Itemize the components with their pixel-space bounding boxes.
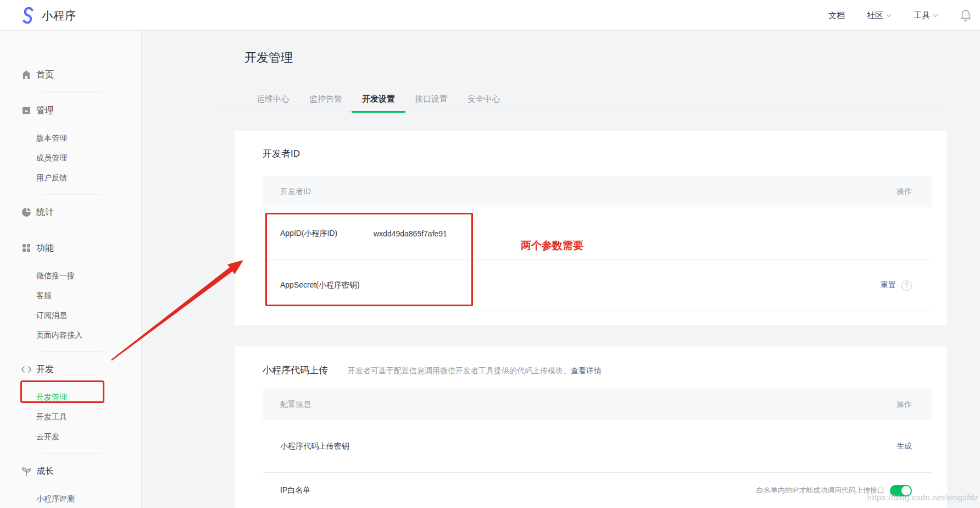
chevron-down-icon <box>933 14 938 18</box>
ip-whitelist-note: 白名单内的IP才能成功调用代码上传接口 <box>756 485 884 495</box>
sidebar-divider <box>42 194 102 195</box>
developer-id-card: 开发者ID 开发者ID 操作 AppID(小程序ID) wxdd49da865f… <box>235 131 947 325</box>
top-nav: 文档 社区 工具 <box>828 0 971 31</box>
help-icon[interactable]: ? <box>901 280 912 291</box>
view-details-link[interactable]: 查看详情 <box>571 366 602 376</box>
top-bar: 小程序 文档 社区 工具 <box>0 0 980 31</box>
nav-community-label: 社区 <box>867 10 883 21</box>
sidebar-divider <box>42 351 102 352</box>
nav-docs-label: 文档 <box>828 10 845 21</box>
sidebar-item-growth[interactable]: 成长 <box>0 460 141 482</box>
wechat-miniprogram-console: 小程序 文档 社区 工具 <box>0 0 980 508</box>
sidebar-item-dev-tools[interactable]: 开发工具 <box>0 407 141 427</box>
column-header-developer-id: 开发者ID <box>280 187 311 197</box>
generate-button[interactable]: 生成 <box>897 441 912 451</box>
notification-bell-icon[interactable] <box>960 9 971 21</box>
page-title: 开发管理 <box>244 49 293 66</box>
sidebar-item-manage[interactable]: 管理 <box>0 100 141 122</box>
code-upload-rows: 小程序代码上传密钥 生成 IP白名单 白名单内的IP才能成功调用代码上传接口 <box>263 420 932 508</box>
column-header-action: 操作 <box>897 400 912 410</box>
chevron-down-icon <box>886 14 892 18</box>
toggle-knob <box>901 486 911 495</box>
sidebar-item-label: 首页 <box>36 69 54 81</box>
nav-tools-label: 工具 <box>914 10 930 21</box>
tab-bar: 运维中心 监控告警 开发设置 接口设置 安全中心 <box>214 90 947 112</box>
ip-whitelist-toggle[interactable] <box>890 485 912 496</box>
section-title-code-upload: 小程序代码上传 <box>263 364 328 377</box>
tab-operations-center[interactable]: 运维中心 <box>251 94 295 112</box>
main-content: 开发管理 运维中心 监控告警 开发设置 接口设置 安全中心 开发者ID 开发者I… <box>142 31 980 508</box>
upload-key-actions: 生成 <box>897 441 912 451</box>
reset-button[interactable]: 重置 <box>881 280 896 290</box>
nav-community[interactable]: 社区 <box>867 10 892 21</box>
section-title-developer-id: 开发者ID <box>263 147 300 160</box>
sidebar-divider <box>42 453 102 454</box>
table-row-ip-whitelist: IP白名单 白名单内的IP才能成功调用代码上传接口 <box>263 473 932 508</box>
code-icon <box>21 364 32 375</box>
nav-tools[interactable]: 工具 <box>914 10 938 21</box>
sidebar-divider <box>42 230 102 230</box>
ip-whitelist-label: IP白名单 <box>280 485 401 495</box>
sidebar-item-develop[interactable]: 开发 <box>0 358 141 380</box>
sprout-icon <box>21 466 32 477</box>
sidebar-item-dev-manage[interactable]: 开发管理 <box>0 387 141 407</box>
sidebar-item-wechat-search[interactable]: 微信搜一搜 <box>0 266 141 285</box>
column-header-config-info: 配置信息 <box>280 400 311 410</box>
pie-chart-icon <box>21 207 32 218</box>
sidebar-item-miniprogram-review[interactable]: 小程序评测 <box>0 489 141 508</box>
nav-docs[interactable]: 文档 <box>828 10 845 21</box>
sidebar-item-home[interactable]: 首页 <box>0 64 141 86</box>
sidebar-item-cloud-dev[interactable]: 云开发 <box>0 427 141 446</box>
tray-icon <box>21 105 32 116</box>
home-icon <box>21 69 32 80</box>
column-header-action: 操作 <box>897 187 912 197</box>
ip-whitelist-actions: 白名单内的IP才能成功调用代码上传接口 <box>756 485 912 496</box>
sidebar: 首页 管理 版本管理 成员管理 用户反馈 统计 <box>0 31 142 508</box>
code-upload-title-row: 小程序代码上传 开发者可基于配置信息调用微信开发者工具提供的代码上传模块。 查看… <box>263 364 602 377</box>
upload-key-label: 小程序代码上传密钥 <box>280 441 401 451</box>
developer-id-rows: AppID(小程序ID) wxdd49da865f7afe91 AppSecre… <box>263 207 932 311</box>
sidebar-item-customer-service[interactable]: 客服 <box>0 285 141 305</box>
tab-api-settings[interactable]: 接口设置 <box>409 94 453 112</box>
table-header: 开发者ID 操作 <box>263 176 932 207</box>
sidebar-item-features[interactable]: 功能 <box>0 237 141 259</box>
brand-logo[interactable]: 小程序 <box>20 7 76 24</box>
sidebar-item-label: 开发 <box>36 364 54 376</box>
sidebar-item-label: 成长 <box>36 466 54 477</box>
table-row-appsecret: AppSecret(小程序密钥) 重置 ? <box>263 260 932 311</box>
table-row-upload-key: 小程序代码上传密钥 生成 <box>263 420 932 473</box>
sidebar-item-member-manage[interactable]: 成员管理 <box>0 148 141 168</box>
logo-text: 小程序 <box>42 8 76 23</box>
code-upload-card: 小程序代码上传 开发者可基于配置信息调用微信开发者工具提供的代码上传模块。 查看… <box>235 346 947 508</box>
miniprogram-logo-icon <box>20 7 36 24</box>
sidebar-item-label: 管理 <box>36 105 54 117</box>
appid-label: AppID(小程序ID) <box>280 229 374 239</box>
appsecret-label: AppSecret(小程序密钥) <box>280 280 374 290</box>
sidebar-item-version-manage[interactable]: 版本管理 <box>0 128 141 148</box>
sidebar-item-label: 功能 <box>36 242 54 254</box>
tab-monitor-alert[interactable]: 监控告警 <box>304 94 348 112</box>
tab-security-center[interactable]: 安全中心 <box>462 94 506 112</box>
sidebar-item-page-content-access[interactable]: 页面内容接入 <box>0 325 141 345</box>
tab-dev-settings[interactable]: 开发设置 <box>357 94 400 112</box>
grid-icon <box>21 242 32 253</box>
sidebar-item-label: 统计 <box>36 207 54 218</box>
appsecret-actions: 重置 ? <box>881 280 912 291</box>
sidebar-item-subscribe-message[interactable]: 订阅消息 <box>0 305 141 325</box>
table-row-appid: AppID(小程序ID) wxdd49da865f7afe91 <box>263 207 932 260</box>
table-header: 配置信息 操作 <box>263 389 932 420</box>
appid-value: wxdd49da865f7afe91 <box>374 229 447 238</box>
sidebar-item-user-feedback[interactable]: 用户反馈 <box>0 168 141 187</box>
code-upload-description: 开发者可基于配置信息调用微信开发者工具提供的代码上传模块。 <box>348 366 571 376</box>
sidebar-divider <box>42 92 102 93</box>
sidebar-item-statistics[interactable]: 统计 <box>0 201 141 223</box>
